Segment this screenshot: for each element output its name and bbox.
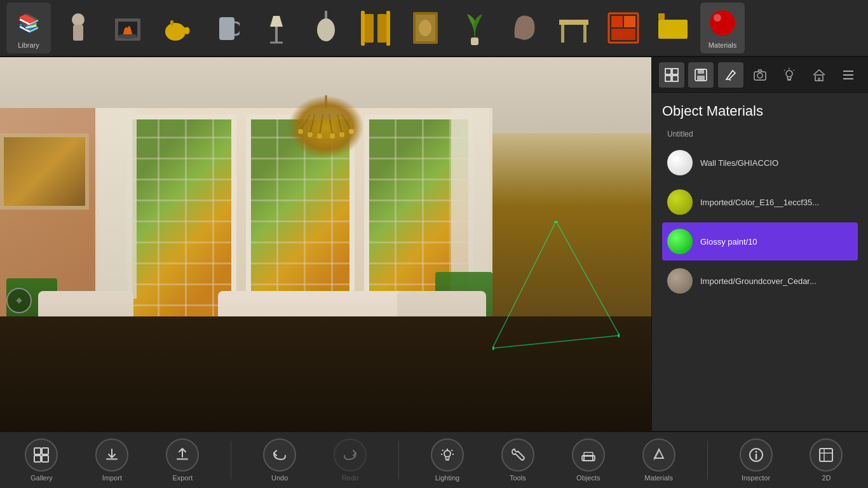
svg-rect-26 [624,16,635,27]
undo-button[interactable]: Undo [257,438,302,482]
pendant-button[interactable] [304,3,348,53]
undo-label: Undo [271,474,288,482]
svg-rect-91 [820,449,832,461]
svg-point-90 [755,451,757,453]
material-swatch-glossy-paint [667,229,693,254]
light-tool-button[interactable] [776,62,802,88]
2d-button[interactable]: 2D [804,438,848,482]
lighting-label: Lighting [435,474,460,482]
plant-icon [459,12,491,44]
list-tool-button[interactable] [836,62,861,88]
fireplace-button[interactable] [105,3,150,53]
redo-button[interactable]: Redo [328,438,372,482]
svg-point-61 [786,71,792,77]
materials-bottom-button[interactable]: Materials [637,438,681,482]
vase-icon [62,12,94,44]
inspector-button[interactable]: Inspector [734,438,778,482]
chandelier [288,95,364,159]
material-item-imported-color[interactable]: Imported/Color_E16__1eccf35... [662,183,858,221]
camera-tool-button[interactable] [747,62,773,88]
svg-rect-16 [377,14,386,43]
svg-rect-6 [170,20,173,25]
materials-bottom-label: Materials [644,474,673,482]
svg-rect-52 [665,69,671,74]
svg-point-50 [492,346,494,350]
panel-content: Object Materials Untitled Wall Tiles/GHI… [652,93,868,431]
svg-rect-73 [34,456,41,462]
svg-point-60 [757,73,763,78]
export-icon [166,438,199,471]
svg-line-48 [492,336,620,348]
2d-icon [810,438,843,471]
layout-tool-button[interactable] [659,62,684,88]
jug-icon [211,12,243,44]
gallery-icon [25,438,58,471]
paint-tool-button[interactable] [718,62,743,88]
home-tool-button[interactable] [806,62,832,88]
table-button[interactable] [552,3,596,53]
floorlamp-icon [261,12,292,44]
svg-line-81 [451,450,452,451]
selection-lines [492,221,620,380]
import-icon [95,438,128,471]
materials-label: Materials [709,41,737,49]
export-label: Export [172,474,193,482]
shelf-button[interactable] [601,3,646,53]
material-item-wall-tiles[interactable]: Wall Tiles/GHIACCIO [662,144,858,182]
material-swatch-groundcover [667,268,693,294]
lighting-icon [431,438,464,471]
materials-button[interactable]: Materials [700,3,745,53]
svg-rect-57 [698,69,704,74]
material-item-glossy-paint[interactable]: Glossy paint/10 [662,222,858,261]
inspector-icon [740,438,773,471]
viewport[interactable]: ⌖ [0,57,651,431]
rock-button[interactable] [502,3,546,53]
svg-rect-71 [34,448,41,454]
svg-rect-58 [697,76,705,80]
svg-point-42 [308,132,313,137]
save-tool-button[interactable] [688,62,714,88]
svg-rect-67 [818,78,820,81]
gallery-button[interactable]: Gallery [19,438,64,482]
divider-2 [398,441,399,479]
curtain-left [98,108,137,299]
curtains-button[interactable] [353,3,398,53]
jug-button[interactable] [205,3,249,53]
svg-rect-29 [658,13,665,20]
svg-rect-25 [611,16,623,27]
materials-bottom-icon [642,438,675,471]
redo-icon [334,438,367,471]
svg-rect-20 [471,37,478,45]
export-button[interactable]: Export [160,438,205,482]
svg-rect-72 [42,448,48,454]
divider-3 [707,441,708,479]
panel-icon [657,12,689,44]
svg-point-4 [118,34,137,39]
floorlamp-button[interactable] [254,3,299,53]
undo-icon [263,438,296,471]
tools-icon [501,438,534,471]
vase-button[interactable] [56,3,100,53]
svg-rect-21 [559,20,588,25]
svg-rect-9 [275,27,278,43]
svg-line-80 [442,450,444,451]
painting-button[interactable] [403,3,447,53]
svg-line-37 [337,114,342,133]
tools-button[interactable]: Tools [496,438,540,482]
svg-rect-54 [665,76,671,81]
svg-rect-15 [365,14,374,43]
panel-button[interactable] [651,3,695,53]
material-label-groundcover: Imported/Groundcover_Cedar... [700,276,817,286]
material-label-glossy-paint: Glossy paint/10 [700,237,757,247]
import-button[interactable]: Import [90,438,134,482]
objects-button[interactable]: Objects [566,438,611,482]
teapot-icon [161,12,193,44]
material-swatch-wall-tiles [667,150,693,175]
rock-icon [508,12,540,44]
material-item-groundcover[interactable]: Imported/Groundcover_Cedar... [662,262,858,300]
teapot-button[interactable] [155,3,200,53]
svg-rect-75 [106,458,118,460]
library-button[interactable]: 📚 Library [6,3,51,53]
lighting-button[interactable]: Lighting [425,438,470,482]
plant-button[interactable] [452,3,497,53]
